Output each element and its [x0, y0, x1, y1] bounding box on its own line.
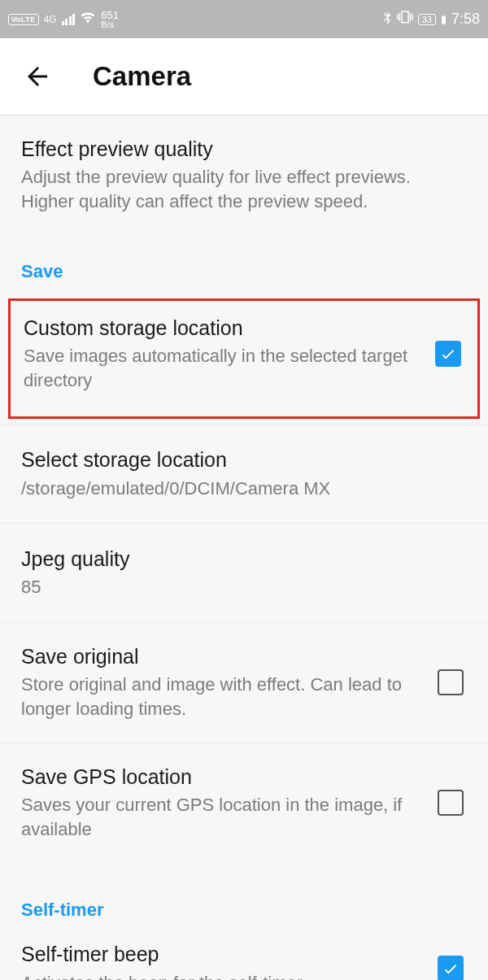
checkbox-selftimer-beep[interactable] — [438, 956, 464, 980]
setting-desc: /storage/emulated/0/DCIM/Camera MX — [21, 477, 467, 501]
setting-value: 85 — [21, 575, 467, 599]
checkbox-save-gps[interactable] — [438, 790, 464, 816]
setting-title: Self-timer beep — [21, 942, 429, 967]
battery-indicator: 33 — [418, 14, 436, 25]
page-title: Camera — [93, 61, 191, 92]
network-type: 4G — [44, 14, 57, 25]
signal-icon — [62, 14, 76, 25]
battery-icon: ▮ — [441, 13, 447, 25]
setting-selftimer-beep[interactable]: Self-timer beep Activates the beep for t… — [0, 937, 488, 980]
setting-title: Jpeg quality — [21, 547, 467, 572]
wifi-icon — [80, 11, 96, 28]
setting-desc: Adjust the preview quality for live effe… — [21, 165, 467, 213]
checkbox-custom-storage[interactable] — [435, 341, 461, 367]
bluetooth-icon — [382, 10, 392, 28]
setting-desc: Store original and image with effect. Ca… — [21, 673, 429, 721]
section-header-selftimer: Self-timer — [0, 862, 488, 937]
setting-title: Save original — [21, 644, 429, 669]
section-header-save: Save — [0, 229, 488, 294]
volte-badge: VoLTE — [8, 14, 39, 25]
setting-desc: Save images automatically in the selecte… — [24, 344, 427, 392]
setting-save-original[interactable]: Save original Store original and image w… — [0, 623, 488, 743]
checkbox-save-original[interactable] — [438, 669, 464, 695]
setting-title: Select storage location — [21, 447, 467, 473]
network-speed: 651 B/s — [101, 10, 119, 29]
setting-save-gps[interactable]: Save GPS location Saves your current GPS… — [0, 743, 488, 863]
app-bar: Camera — [0, 38, 488, 115]
setting-custom-storage[interactable]: Custom storage location Save images auto… — [11, 301, 477, 417]
highlight-custom-storage: Custom storage location Save images auto… — [8, 298, 480, 420]
setting-desc: Activates the beep for the self-timer — [21, 971, 429, 980]
clock: 7:58 — [451, 11, 480, 28]
setting-title: Effect preview quality — [21, 137, 467, 162]
setting-title: Custom storage location — [24, 316, 427, 341]
vibrate-icon — [397, 10, 413, 28]
back-arrow-icon[interactable] — [23, 62, 52, 91]
setting-desc: Saves your current GPS location in the i… — [21, 793, 429, 841]
setting-jpeg-quality[interactable]: Jpeg quality 85 — [0, 524, 488, 623]
setting-effect-preview[interactable]: Effect preview quality Adjust the previe… — [0, 115, 488, 229]
status-bar: VoLTE 4G 651 B/s 33 ▮ 7:58 — [0, 0, 488, 38]
setting-select-storage[interactable]: Select storage location /storage/emulate… — [0, 424, 488, 524]
setting-title: Save GPS location — [21, 764, 429, 790]
